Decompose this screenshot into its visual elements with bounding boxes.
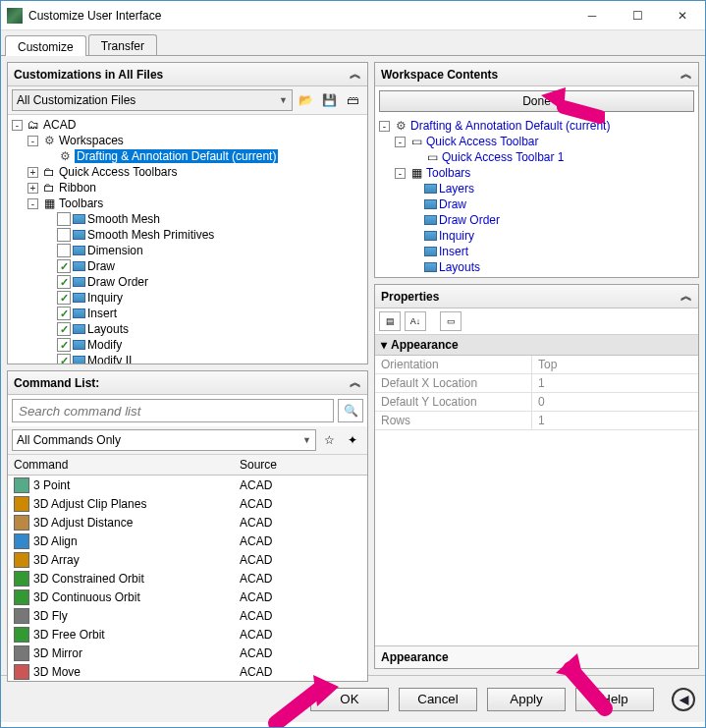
workspace-contents-header[interactable]: Workspace Contents ︽ <box>375 63 698 86</box>
properties-header[interactable]: Properties ︽ <box>375 285 698 308</box>
tree-item[interactable]: Inquiry <box>439 229 474 243</box>
tree-item[interactable]: Smooth Mesh <box>87 212 160 226</box>
property-row[interactable]: Rows1 <box>375 412 698 430</box>
command-row[interactable]: 3D Constrained OrbitACAD <box>8 569 367 588</box>
tab-transfer[interactable]: Transfer <box>88 34 157 55</box>
checkbox[interactable]: ✓ <box>57 354 71 364</box>
ok-button[interactable]: OK <box>310 688 389 711</box>
expander-icon[interactable]: - <box>12 120 23 131</box>
tree-item[interactable]: Draw Order <box>87 275 148 289</box>
expander-icon[interactable]: - <box>27 198 38 209</box>
command-row[interactable]: 3D FlyACAD <box>8 606 367 625</box>
tree-item[interactable]: Modify <box>87 338 122 352</box>
alphabetical-icon[interactable]: A↓ <box>405 311 426 331</box>
customization-files-combo[interactable]: All Customization Files ▼ <box>12 89 293 111</box>
tree-item[interactable]: Quick Access Toolbar <box>426 135 539 148</box>
tree-item[interactable]: Modify II <box>87 354 132 364</box>
tree-item[interactable]: Dimension <box>87 244 143 257</box>
command-name: 3D Continuous Orbit <box>33 590 140 604</box>
tab-customize[interactable]: Customize <box>5 35 86 56</box>
command-row[interactable]: 3D AlignACAD <box>8 532 367 550</box>
property-value[interactable]: Top <box>532 356 563 373</box>
search-input[interactable] <box>12 399 334 422</box>
apply-button[interactable]: Apply <box>487 688 566 711</box>
tree-item[interactable]: ACAD <box>43 118 76 132</box>
command-grid[interactable]: Command Source 3 PointACAD3D Adjust Clip… <box>8 455 367 681</box>
search-icon[interactable]: 🔍 <box>338 399 363 422</box>
checkbox[interactable]: ✓ <box>57 307 71 320</box>
tree-item-selected[interactable]: Drafting & Annotation Default (current) <box>75 149 278 163</box>
tree-item[interactable]: Ribbon <box>59 181 96 195</box>
tree-item[interactable]: Insert <box>439 245 468 258</box>
command-row[interactable]: 3D Continuous OrbitACAD <box>8 588 367 606</box>
checkbox[interactable]: ✓ <box>57 259 71 273</box>
command-row[interactable]: 3D MoveACAD <box>8 662 367 681</box>
property-value[interactable]: 1 <box>532 374 551 392</box>
tree-item[interactable]: Smooth Mesh Primitives <box>87 228 214 242</box>
command-row[interactable]: 3D Free OrbitACAD <box>8 625 367 644</box>
checkbox[interactable]: ✓ <box>57 275 71 289</box>
tree-item[interactable]: Workspaces <box>59 134 124 147</box>
customizations-tree[interactable]: -🗂ACAD -⚙Workspaces ⚙Drafting & Annotati… <box>8 115 367 364</box>
new-command-icon[interactable]: ✦ <box>342 429 363 451</box>
tree-item[interactable]: Draw <box>87 259 115 273</box>
property-row[interactable]: Default X Location1 <box>375 374 698 393</box>
save-all-icon[interactable]: 🗃 <box>342 89 363 111</box>
expander-icon[interactable]: + <box>27 167 38 178</box>
cancel-button[interactable]: Cancel <box>399 688 477 711</box>
command-filter-combo[interactable]: All Commands Only ▼ <box>12 429 316 451</box>
command-row[interactable]: 3D MirrorACAD <box>8 644 367 662</box>
tree-item[interactable]: Quick Access Toolbars <box>59 165 178 179</box>
checkbox[interactable]: ✓ <box>57 338 71 352</box>
expander-icon[interactable]: - <box>395 168 406 179</box>
tree-item[interactable]: Insert <box>87 307 117 320</box>
category-appearance[interactable]: ▾Appearance <box>375 335 698 356</box>
property-value[interactable]: 0 <box>532 393 551 411</box>
command-row[interactable]: 3 PointACAD <box>8 476 367 494</box>
tree-item[interactable]: Quick Access Toolbar 1 <box>442 150 565 164</box>
customizations-header[interactable]: Customizations in All Files ︽ <box>8 63 367 86</box>
command-source: ACAD <box>234 532 367 551</box>
tree-item[interactable]: Layouts <box>87 322 129 336</box>
close-button[interactable]: ✕ <box>660 1 705 30</box>
back-icon[interactable]: ◀ <box>672 688 695 711</box>
open-icon[interactable]: 📂 <box>295 89 316 111</box>
tree-item[interactable]: Drafting & Annotation Default (current) <box>410 119 610 133</box>
find-icon[interactable]: ☆ <box>318 429 340 451</box>
tree-item[interactable]: Inquiry <box>87 291 123 305</box>
command-row[interactable]: 3D Adjust DistanceACAD <box>8 513 367 532</box>
tree-item[interactable]: Layers <box>439 182 474 196</box>
property-row[interactable]: OrientationTop <box>375 356 698 374</box>
minimize-button[interactable]: ─ <box>570 1 615 30</box>
expander-icon[interactable]: - <box>27 136 38 146</box>
tree-item[interactable]: Draw Order <box>439 213 500 227</box>
col-source[interactable]: Source <box>234 455 367 475</box>
checkbox[interactable] <box>57 212 71 226</box>
property-row[interactable]: Default Y Location0 <box>375 393 698 412</box>
property-value[interactable]: 1 <box>532 412 551 429</box>
tree-item[interactable]: Draw <box>439 197 466 211</box>
maximize-button[interactable]: ☐ <box>615 1 660 30</box>
help-button[interactable]: Help <box>575 688 654 711</box>
expander-icon[interactable]: - <box>395 137 406 147</box>
tree-item[interactable]: Modify <box>439 276 473 277</box>
command-row[interactable]: 3D ArrayACAD <box>8 550 367 569</box>
command-row[interactable]: 3D Adjust Clip PlanesACAD <box>8 494 367 513</box>
checkbox[interactable]: ✓ <box>57 322 71 336</box>
property-pages-icon[interactable]: ▭ <box>440 311 462 331</box>
col-command[interactable]: Command <box>8 455 234 475</box>
save-icon[interactable]: 💾 <box>318 89 340 111</box>
checkbox[interactable]: ✓ <box>57 291 71 305</box>
tree-item[interactable]: Toolbars <box>59 196 103 210</box>
checkbox[interactable] <box>57 244 71 257</box>
tree-item[interactable]: Layouts <box>439 260 480 274</box>
command-list-header[interactable]: Command List: ︽ <box>8 371 367 395</box>
done-button[interactable]: Done <box>379 90 694 112</box>
tree-item[interactable]: Toolbars <box>426 166 470 180</box>
expander-icon[interactable]: - <box>379 121 390 132</box>
categorized-icon[interactable]: ▤ <box>379 311 401 331</box>
workspace-tree[interactable]: -⚙Drafting & Annotation Default (current… <box>375 116 698 277</box>
command-icon <box>14 571 29 587</box>
checkbox[interactable] <box>57 228 71 242</box>
expander-icon[interactable]: + <box>27 183 38 194</box>
